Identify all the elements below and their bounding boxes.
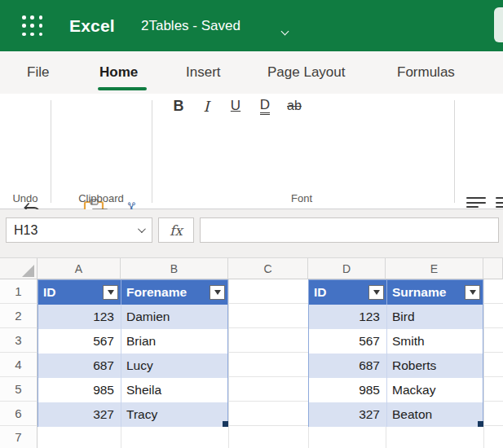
tab-file[interactable]: File	[27, 51, 49, 94]
clipboard-group-label: Clipboard	[51, 192, 152, 204]
header-cell-surname[interactable]: Surname	[386, 280, 483, 305]
row-header-6[interactable]: 6	[0, 402, 38, 426]
table-row: 687 Lucy	[38, 354, 227, 378]
document-title[interactable]: 2Tables - Saved	[141, 0, 240, 51]
tab-formulas[interactable]: Formulas	[397, 51, 455, 94]
document-title-chevron-down-icon[interactable]	[282, 23, 288, 37]
column-header-f-partial[interactable]	[483, 258, 503, 279]
cell-a4[interactable]: 687	[38, 354, 121, 378]
insert-function-button[interactable]: fx	[158, 217, 194, 243]
header-cell-id[interactable]: ID	[309, 280, 386, 305]
gridline	[228, 279, 229, 448]
table-row: 567 Smith	[309, 329, 483, 354]
row-header-1[interactable]: 1	[0, 279, 38, 304]
group-divider	[152, 100, 152, 203]
italic-button[interactable]: I	[196, 94, 217, 118]
column-header-strip: A B C D E	[0, 258, 503, 279]
table-surname: ID Surname 123 Bird 567 Smith	[308, 279, 483, 427]
cell-d4[interactable]: 687	[309, 354, 386, 378]
cell-d2[interactable]: 123	[309, 305, 386, 329]
cell-a6[interactable]: 327	[38, 402, 121, 427]
cell-b4[interactable]: Lucy	[121, 354, 227, 378]
align-bottom-button[interactable]	[496, 197, 503, 208]
active-tab-underline	[98, 87, 147, 90]
column-header-a[interactable]: A	[38, 258, 121, 279]
gridline	[483, 279, 484, 448]
underline-button[interactable]: U	[223, 94, 248, 118]
table-row: 123 Damien	[38, 305, 227, 329]
table-resize-handle[interactable]	[223, 421, 228, 427]
row-header-2[interactable]: 2	[0, 304, 38, 328]
cell-a3[interactable]: 567	[38, 329, 121, 354]
row-header-7[interactable]: 7	[0, 426, 38, 448]
table-header-row: ID Forename	[38, 280, 227, 305]
row-header-3[interactable]: 3	[0, 328, 38, 353]
double-underline-button[interactable]: D	[253, 94, 277, 118]
column-header-b[interactable]: B	[121, 258, 228, 279]
table-row: 985 Mackay	[309, 378, 483, 402]
table-row: 123 Bird	[309, 305, 483, 329]
titlebar-right-button[interactable]	[494, 7, 503, 42]
cell-e5[interactable]: Mackay	[386, 378, 483, 402]
cell-b6[interactable]: Tracy	[121, 402, 227, 427]
filter-button[interactable]	[103, 285, 118, 300]
font-group-label: Font	[159, 192, 444, 204]
table-row: 567 Brian	[38, 329, 227, 354]
strikethrough-button[interactable]: ab	[280, 94, 308, 118]
filter-button[interactable]	[465, 285, 480, 300]
title-bar: Excel 2Tables - Saved	[0, 0, 503, 51]
tab-insert[interactable]: Insert	[186, 51, 221, 94]
table-header-row: ID Surname	[309, 280, 483, 305]
tab-page-layout[interactable]: Page Layout	[267, 51, 345, 94]
name-box-chevron-down-icon	[138, 225, 146, 233]
app-name: Excel	[69, 0, 115, 51]
table-row: 985 Sheila	[38, 378, 227, 402]
filter-button[interactable]	[210, 285, 225, 300]
cell-a2[interactable]: 123	[38, 305, 121, 329]
cell-e3[interactable]: Smith	[386, 329, 483, 354]
row-header-5[interactable]: 5	[0, 377, 38, 402]
name-box[interactable]: H13	[6, 217, 152, 243]
table-row: 687 Roberts	[309, 354, 483, 378]
bold-button[interactable]: B	[168, 94, 189, 118]
cell-d5[interactable]: 985	[309, 378, 386, 402]
formula-bar: H13 fx	[0, 209, 503, 258]
spreadsheet-grid: A B C D E 1 2 3 4 5 6 7 ID	[0, 258, 503, 448]
ribbon: Undo Paste ✂ Clip	[0, 94, 503, 209]
undo-group-label: Undo	[0, 192, 51, 204]
cell-a5[interactable]: 985	[38, 378, 121, 402]
cell-d6[interactable]: 327	[309, 402, 386, 427]
cell-b2[interactable]: Damien	[121, 305, 227, 329]
cell-reference: H13	[14, 223, 38, 238]
align-top-button[interactable]	[466, 197, 486, 208]
cell-e6[interactable]: Beaton	[386, 402, 483, 427]
column-header-e[interactable]: E	[386, 258, 483, 279]
app-launcher-waffle-icon[interactable]	[22, 15, 43, 37]
header-cell-id[interactable]: ID	[38, 280, 121, 305]
cell-e4[interactable]: Roberts	[386, 354, 483, 378]
cell-b3[interactable]: Brian	[121, 329, 227, 354]
column-header-d[interactable]: D	[308, 258, 386, 279]
table-row: 327 Tracy	[38, 402, 227, 427]
filter-button[interactable]	[368, 285, 384, 300]
group-divider	[51, 100, 51, 203]
grid-cells-area[interactable]: ID Forename 123 Damien 567 Brian	[38, 279, 503, 448]
header-cell-forename[interactable]: Forename	[121, 280, 227, 305]
select-all-button[interactable]	[0, 258, 38, 279]
ribbon-tab-bar: File Home Insert Page Layout Formulas	[0, 51, 503, 94]
cell-d3[interactable]: 567	[309, 329, 386, 354]
row-header-4[interactable]: 4	[0, 353, 38, 377]
table-row: 327 Beaton	[309, 402, 483, 427]
excel-web-app: Excel 2Tables - Saved File Home Insert P…	[0, 0, 503, 448]
cell-e2[interactable]: Bird	[386, 305, 483, 329]
table-forename: ID Forename 123 Damien 567 Brian	[38, 279, 228, 427]
formula-input[interactable]	[200, 217, 499, 243]
column-header-c[interactable]: C	[228, 258, 308, 279]
group-divider	[454, 100, 455, 203]
cell-b5[interactable]: Sheila	[121, 378, 227, 402]
table-resize-handle[interactable]	[478, 421, 483, 427]
